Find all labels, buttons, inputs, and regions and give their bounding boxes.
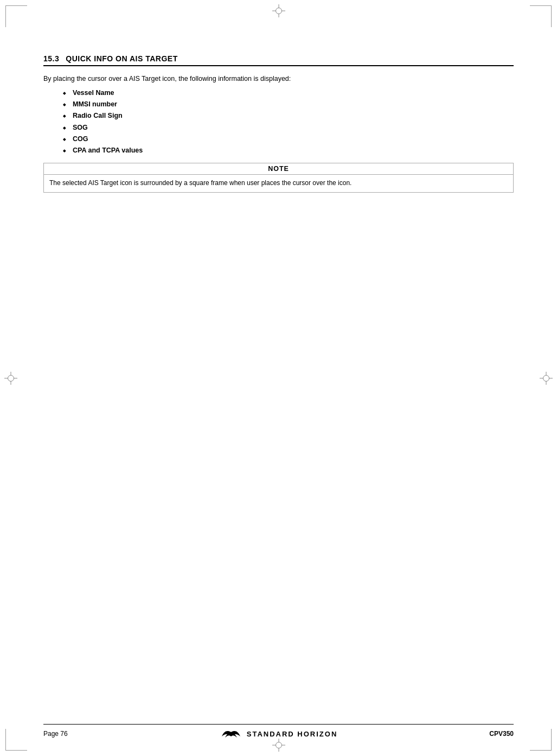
- corner-mark-bl: [5, 729, 27, 751]
- list-item: Vessel Name: [65, 87, 514, 99]
- crosshair-top: [272, 4, 285, 17]
- corner-mark-tr: [530, 5, 552, 27]
- footer: Page 76 STANDARD HORIZON CPV350: [43, 724, 514, 740]
- crosshair-right: [540, 372, 553, 385]
- main-content: 15.3QUICK INFO ON AIS TARGET By placing …: [43, 54, 514, 193]
- corner-mark-br: [530, 729, 552, 751]
- intro-text: By placing the cursor over a AIS Target …: [43, 74, 514, 84]
- note-header: NOTE: [44, 163, 513, 175]
- crosshair-left: [4, 372, 17, 385]
- corner-mark-tl: [5, 5, 27, 27]
- section-title: QUICK INFO ON AIS TARGET: [66, 54, 177, 63]
- footer-logo-area: STANDARD HORIZON: [220, 728, 338, 740]
- brand-logo-icon: [220, 728, 242, 740]
- section-heading: 15.3QUICK INFO ON AIS TARGET: [43, 54, 514, 66]
- footer-model: CPV350: [489, 730, 514, 738]
- list-item: Radio Call Sign: [65, 110, 514, 122]
- section-number: 15.3: [43, 54, 59, 63]
- note-body: The selected AIS Target icon is surround…: [44, 175, 513, 192]
- note-box: NOTE The selected AIS Target icon is sur…: [43, 163, 514, 193]
- list-item: COG: [65, 134, 514, 145]
- footer-brand-name: STANDARD HORIZON: [247, 730, 338, 738]
- list-item: SOG: [65, 122, 514, 134]
- list-item: CPA and TCPA values: [65, 145, 514, 156]
- crosshair-bottom: [272, 739, 285, 752]
- bullet-list: Vessel Name MMSI number Radio Call Sign …: [65, 87, 514, 157]
- list-item: MMSI number: [65, 99, 514, 110]
- footer-page-number: Page 76: [43, 730, 68, 738]
